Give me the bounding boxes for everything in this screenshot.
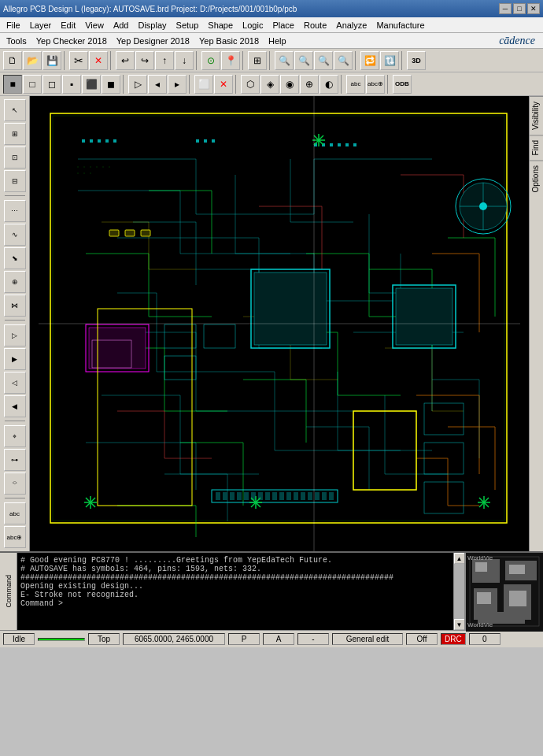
- sb-abc2[interactable]: abc⊕: [4, 526, 26, 548]
- menu-shape[interactable]: Shape: [203, 19, 238, 32]
- tb-ratsnest[interactable]: ⊙: [201, 51, 220, 70]
- tb-pin[interactable]: 📍: [221, 51, 240, 70]
- tb-new[interactable]: 🗋: [3, 51, 22, 70]
- svg-rect-96: [509, 565, 525, 574]
- tb2-t5[interactable]: ▷: [128, 75, 147, 94]
- tb2-t6[interactable]: ◂: [148, 75, 167, 94]
- sb-t15[interactable]: ⌔: [4, 472, 26, 495]
- tb2-del[interactable]: ✕: [214, 75, 233, 94]
- menu-yep-checker[interactable]: Yep Checker 2018: [31, 35, 112, 47]
- menu-analyze[interactable]: Analyze: [331, 19, 371, 32]
- sb-t1[interactable]: ⊞: [4, 123, 26, 145]
- menu-setup[interactable]: Setup: [172, 19, 204, 32]
- tb-open[interactable]: 📂: [23, 51, 42, 70]
- menu-tools[interactable]: Tools: [2, 35, 31, 47]
- sb-t11[interactable]: ◁: [4, 372, 26, 394]
- tb-undo[interactable]: ↩: [116, 51, 135, 70]
- toolbar-row-2: ■ □ ◻ ▪ ⬛ ◼ ▷ ◂ ▸ ⬜ ✕ ⬡ ◈ ◉ ⊕ ◐ abc abc⊕…: [0, 72, 543, 96]
- tb-zoom-world[interactable]: 🔍: [334, 51, 353, 70]
- svg-rect-35: [294, 492, 298, 500]
- sb-t3[interactable]: ⊟: [4, 170, 26, 192]
- sb-t9[interactable]: ▷: [4, 324, 26, 346]
- tb2-t1[interactable]: ◻: [42, 75, 61, 94]
- svg-rect-98: [509, 591, 526, 606]
- menu-yep-designer[interactable]: Yep Designer 2018: [112, 35, 194, 47]
- tb-refresh2[interactable]: 🔃: [380, 51, 399, 70]
- tb2-odb[interactable]: ODB: [393, 75, 412, 94]
- menu-logic[interactable]: Logic: [238, 19, 268, 32]
- tb2-t13[interactable]: ◐: [320, 75, 338, 94]
- sb-t6[interactable]: ⬊: [4, 247, 26, 269]
- close-button[interactable]: ✕: [527, 3, 540, 14]
- sb-select[interactable]: ↖: [4, 99, 26, 121]
- menu-place[interactable]: Place: [268, 19, 299, 32]
- menu-help[interactable]: Help: [264, 35, 291, 47]
- tb-delete[interactable]: ✕: [89, 51, 108, 70]
- sb-t2[interactable]: ⊡: [4, 146, 26, 169]
- console-scrollbar[interactable]: ▲ ▼: [453, 553, 464, 630]
- sb-t13[interactable]: ⌖: [4, 425, 26, 447]
- console-line-5: E- Stroke not recognized.: [20, 591, 450, 599]
- menu-layer[interactable]: Layer: [25, 19, 57, 32]
- tb2-t12[interactable]: ⊕: [300, 75, 319, 94]
- cadence-logo: cādence: [499, 35, 541, 47]
- minimap-label: WorldVie: [467, 554, 493, 628]
- sb-t8[interactable]: ⋈: [4, 295, 26, 317]
- find-tab[interactable]: Find: [530, 135, 544, 160]
- status-layer[interactable]: Top: [88, 633, 120, 645]
- sb-sep-3: [5, 421, 25, 422]
- options-tab[interactable]: Options: [530, 160, 544, 197]
- sb-t10[interactable]: ▶: [4, 348, 26, 370]
- sb-t14[interactable]: ⊶: [4, 449, 26, 471]
- menu-yep-basic[interactable]: Yep Basic 2018: [194, 35, 264, 47]
- menu-view[interactable]: View: [80, 19, 109, 32]
- tb2-sep-4: [341, 75, 344, 94]
- sb-abc[interactable]: abc: [4, 502, 26, 524]
- minimize-button[interactable]: ─: [499, 3, 512, 14]
- console-output[interactable]: # Good evening PC8770 ! .........Greetin…: [17, 553, 453, 630]
- tb2-t9[interactable]: ⬡: [241, 75, 260, 94]
- scroll-down[interactable]: ▼: [454, 619, 465, 630]
- menu-route[interactable]: Route: [299, 19, 331, 32]
- sb-t12[interactable]: ◀: [4, 395, 26, 417]
- tb-zoom-fit[interactable]: 🔍: [314, 51, 333, 70]
- tb-zoom-in[interactable]: 🔍: [275, 51, 294, 70]
- tb-redo[interactable]: ↪: [135, 51, 154, 70]
- tb-save[interactable]: 💾: [42, 51, 61, 70]
- tb2-t7[interactable]: ▸: [168, 75, 187, 94]
- tb-refresh1[interactable]: 🔁: [360, 51, 379, 70]
- tb-down[interactable]: ↓: [175, 51, 194, 70]
- tb2-t8[interactable]: ⬜: [194, 75, 213, 94]
- tb-3d[interactable]: 3D: [407, 51, 426, 70]
- svg-point-77: [77, 166, 79, 168]
- sb-t5[interactable]: ∿: [4, 224, 26, 246]
- scroll-track[interactable]: [454, 564, 465, 619]
- scroll-up[interactable]: ▲: [454, 553, 465, 564]
- canvas-area[interactable]: [30, 96, 529, 551]
- svg-rect-14: [338, 143, 341, 146]
- sb-t7[interactable]: ⊕: [4, 271, 26, 293]
- tb2-box[interactable]: □: [23, 75, 42, 94]
- tb2-t14[interactable]: abc: [346, 75, 365, 94]
- visibility-tab[interactable]: Visibility: [530, 96, 544, 135]
- menu-add[interactable]: Add: [109, 19, 134, 32]
- menu-display[interactable]: Display: [133, 19, 171, 32]
- tb2-select[interactable]: ■: [3, 75, 22, 94]
- tb-zoom-out[interactable]: 🔍: [294, 51, 313, 70]
- tb-cut[interactable]: ✂: [69, 51, 88, 70]
- tb-grid[interactable]: ⊞: [248, 51, 267, 70]
- tb2-t11[interactable]: ◉: [280, 75, 299, 94]
- svg-point-82: [109, 166, 110, 168]
- tb-up[interactable]: ↑: [155, 51, 174, 70]
- svg-rect-16: [353, 143, 356, 146]
- tb2-t4[interactable]: ◼: [102, 75, 120, 94]
- tb2-t10[interactable]: ◈: [260, 75, 279, 94]
- maximize-button[interactable]: □: [513, 3, 526, 14]
- menu-manufacture[interactable]: Manufacture: [371, 19, 429, 32]
- menu-edit[interactable]: Edit: [56, 19, 80, 32]
- sb-t4[interactable]: ⋯: [4, 200, 26, 222]
- menu-file[interactable]: File: [2, 19, 25, 32]
- tb2-t15[interactable]: abc⊕: [366, 75, 385, 94]
- tb2-t3[interactable]: ⬛: [82, 75, 101, 94]
- tb2-t2[interactable]: ▪: [62, 75, 81, 94]
